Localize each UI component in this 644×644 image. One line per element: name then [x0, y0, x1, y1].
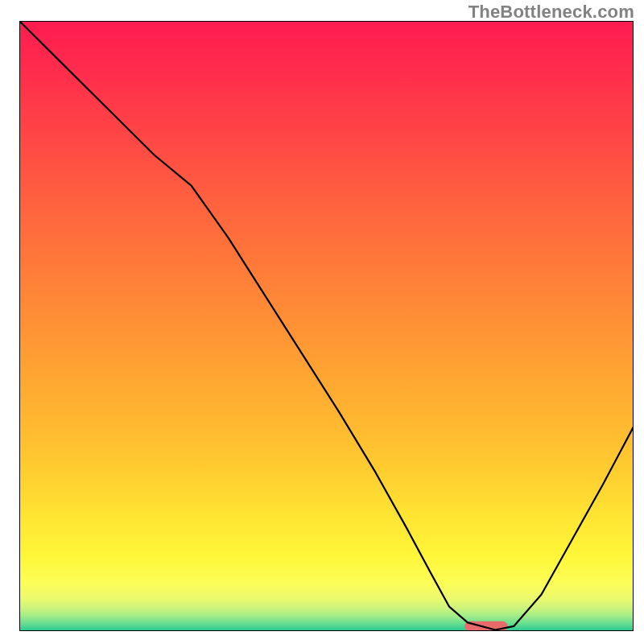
chart-svg [19, 21, 634, 631]
attribution-text: TheBottleneck.com [469, 2, 634, 23]
bottleneck-chart [19, 21, 634, 631]
